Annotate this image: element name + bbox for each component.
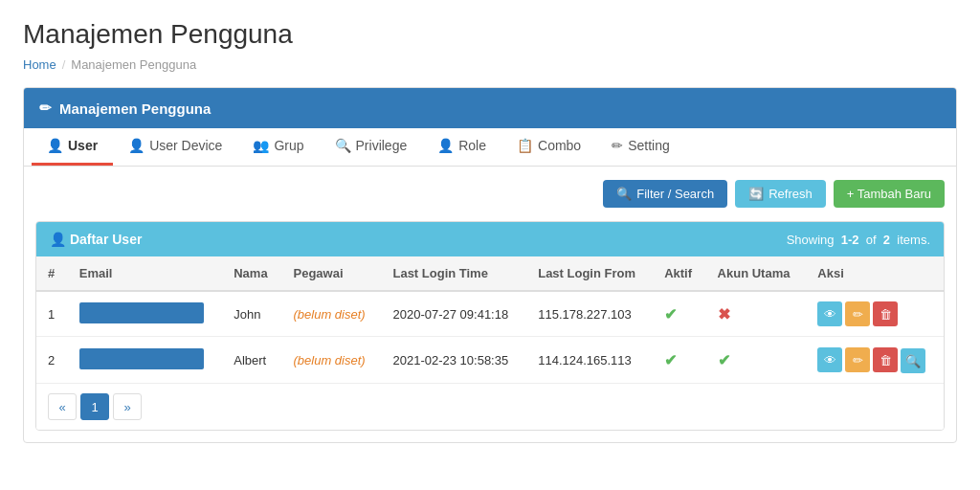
delete-button[interactable]: 🗑 [873,347,898,372]
tab-user-label: User [68,138,98,153]
table-section-header: 👤 Daftar User Showing 1-2 of 2 items. [36,222,944,256]
cell-last-login-time: 2020-07-27 09:41:18 [381,291,526,337]
col-aksi: Aksi [806,256,944,291]
search-button[interactable]: 🔍 [901,348,925,373]
cell-email [68,291,222,337]
col-nama: Nama [222,256,281,291]
table-section: 👤 Daftar User Showing 1-2 of 2 items. # … [35,221,945,431]
tab-setting-label: Setting [628,138,670,153]
breadcrumb: Home / Manajemen Pengguna [23,57,957,72]
daftar-user-icon: 👤 [50,232,66,247]
refresh-label: Refresh [768,187,813,201]
showing-suffix: items. [897,233,930,247]
tab-role-label: Role [458,138,486,153]
filter-icon: 🔍 [616,187,632,201]
breadcrumb-separator: / [62,57,66,72]
table-row: 1John(belum diset)2020-07-27 09:41:18115… [36,291,944,337]
cell-no: 1 [36,291,68,337]
main-card: ✏ Manajemen Pengguna 👤 User 👤 User Devic… [23,87,957,443]
next-page-button[interactable]: » [113,393,142,420]
cell-pegawai: (belum diset) [282,291,382,337]
tab-grup-icon: 👥 [253,138,269,153]
col-last-login-time: Last Login Time [381,256,526,291]
refresh-icon: 🔄 [748,187,764,201]
view-button[interactable]: 👁 [817,347,842,372]
cell-last-login-time: 2021-02-23 10:58:35 [381,337,526,384]
tab-role[interactable]: 👤 Role [422,128,501,166]
showing-of: of [866,233,877,247]
pegawai-belum-diset: (belum diset) [294,307,366,322]
card-header: ✏ Manajemen Pengguna [24,88,956,128]
cell-last-login-from: 115.178.227.103 [526,291,653,337]
tab-grup[interactable]: 👥 Grup [237,128,319,166]
page-1-button[interactable]: 1 [80,393,109,420]
tab-privilege-icon: 🔍 [335,138,351,153]
page-title: Manajemen Pengguna [23,19,957,50]
users-table: # Email Nama Pegawai Last Login Time Las… [36,256,944,383]
tab-user-device-icon: 👤 [128,138,145,153]
card-header-title: Manajemen Pengguna [59,100,211,117]
table-head-row: # Email Nama Pegawai Last Login Time Las… [36,256,944,291]
tabs-bar: 👤 User 👤 User Device 👥 Grup 🔍 Privilege … [24,128,956,167]
delete-button[interactable]: 🗑 [873,301,898,326]
col-aktif: Aktif [653,256,705,291]
cell-aktif: ✔ [653,337,705,384]
check-icon: ✔ [718,352,730,368]
col-email: Email [68,256,222,291]
cell-nama: Albert [222,337,281,384]
col-last-login-from: Last Login From [526,256,653,291]
tab-grup-label: Grup [274,138,303,153]
add-label: + Tambah Baru [847,187,931,201]
tab-combo[interactable]: 📋 Combo [501,128,596,166]
col-pegawai: Pegawai [282,256,382,291]
tab-user-icon: 👤 [47,138,63,153]
tab-user-device[interactable]: 👤 User Device [113,128,237,166]
filter-search-button[interactable]: 🔍 Filter / Search [603,180,727,208]
cell-pegawai: (belum diset) [282,337,382,384]
filter-label: Filter / Search [636,187,714,201]
table-section-title: 👤 Daftar User [50,232,142,247]
tab-privilege[interactable]: 🔍 Privilege [320,128,423,166]
prev-page-button[interactable]: « [48,393,77,420]
pegawai-belum-diset: (belum diset) [294,353,366,368]
card-header-icon: ✏ [39,100,52,117]
tab-combo-label: Combo [538,138,581,153]
pagination: « 1 » [36,383,944,430]
cell-akun-utama: ✖ [706,291,807,337]
cell-aksi: 👁✏🗑🔍 [806,337,944,384]
tab-privilege-label: Privilege [356,138,408,153]
tab-role-icon: 👤 [437,138,454,153]
cell-no: 2 [36,337,68,384]
tab-setting-icon: ✏ [612,138,623,153]
page-wrapper: Manajemen Pengguna Home / Manajemen Peng… [0,0,980,462]
tab-combo-icon: 📋 [517,138,533,153]
breadcrumb-current: Manajemen Pengguna [71,57,196,72]
refresh-button[interactable]: 🔄 Refresh [735,180,826,208]
check-icon: ✔ [664,352,677,368]
showing-count: 2 [883,233,890,247]
check-icon: ✔ [664,306,677,323]
edit-button[interactable]: ✏ [845,301,870,326]
table-row: 2Albert(belum diset)2021-02-23 10:58:351… [36,337,944,384]
cell-last-login-from: 114.124.165.113 [526,337,653,384]
tab-user[interactable]: 👤 User [32,128,113,166]
view-button[interactable]: 👁 [817,301,842,326]
table-showing-info: Showing 1-2 of 2 items. [787,233,930,247]
col-no: # [36,256,68,291]
tab-user-device-label: User Device [149,138,222,153]
tab-setting[interactable]: ✏ Setting [596,128,685,166]
email-masked [79,302,204,323]
breadcrumb-home[interactable]: Home [23,57,56,72]
showing-text: Showing [787,233,835,247]
showing-range: 1-2 [841,233,859,247]
cell-aksi: 👁✏🗑 [806,291,944,337]
toolbar: 🔍 Filter / Search 🔄 Refresh + Tambah Bar… [24,167,956,221]
cell-nama: John [222,291,281,337]
email-masked [79,348,204,369]
cell-aktif: ✔ [653,291,705,337]
col-akun-utama: Akun Utama [706,256,807,291]
tambah-baru-button[interactable]: + Tambah Baru [834,180,945,208]
daftar-user-title: Daftar User [70,232,142,247]
edit-button[interactable]: ✏ [845,347,870,372]
cell-akun-utama: ✔ [706,337,807,384]
